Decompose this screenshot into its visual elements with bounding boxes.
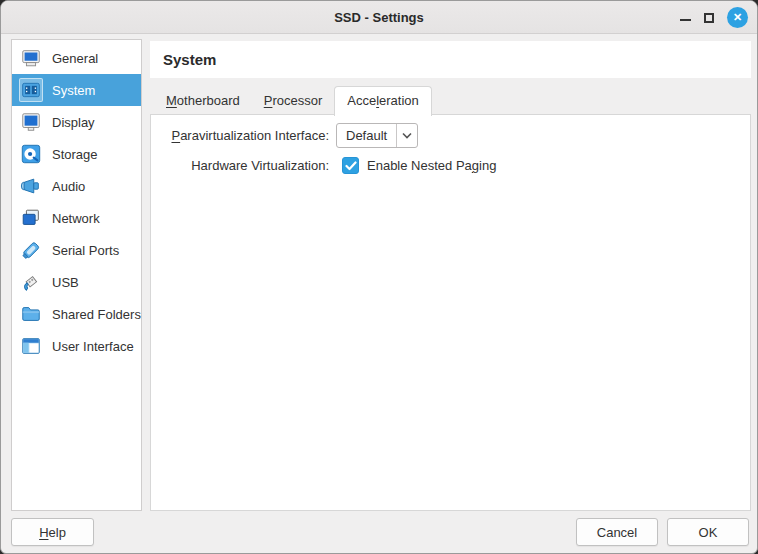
sidebar-item-audio[interactable]: Audio — [12, 170, 141, 202]
tab-acceleration[interactable]: Acceleration — [334, 86, 432, 116]
page-header: System — [150, 41, 751, 78]
user-interface-icon — [19, 334, 43, 358]
sidebar-item-label: USB — [52, 275, 79, 290]
paravirtualization-select[interactable]: Default — [336, 123, 418, 148]
sidebar-item-shared-folders[interactable]: Shared Folders — [12, 298, 141, 330]
title-bar: SSD - Settings ✕ — [1, 1, 757, 34]
serial-ports-icon — [19, 238, 43, 262]
sidebar-item-user-interface[interactable]: User Interface — [12, 330, 141, 362]
sidebar-item-usb[interactable]: USB — [12, 266, 141, 298]
checkmark-icon — [345, 161, 357, 171]
sidebar-item-label: Serial Ports — [52, 243, 119, 258]
tab-bar: Motherboard Processor Acceleration — [154, 86, 432, 116]
paravirtualization-row: Paravirtualization Interface: Default — [151, 123, 750, 148]
sidebar-item-display[interactable]: Display — [12, 106, 141, 138]
help-button[interactable]: Help — [11, 518, 94, 546]
page-title: System — [163, 51, 216, 68]
maximize-icon[interactable] — [704, 13, 714, 23]
settings-window: SSD - Settings ✕ General System Display — [0, 0, 758, 554]
paravirtualization-value: Default — [337, 128, 396, 143]
window-controls: ✕ — [680, 1, 748, 34]
sidebar-item-label: User Interface — [52, 339, 134, 354]
sidebar-item-network[interactable]: Network — [12, 202, 141, 234]
tab-motherboard[interactable]: Motherboard — [154, 86, 252, 115]
acceleration-panel: Paravirtualization Interface: Default Ha… — [150, 114, 751, 511]
sidebar-item-label: Shared Folders — [52, 307, 141, 322]
sidebar-item-serial-ports[interactable]: Serial Ports — [12, 234, 141, 266]
minimize-icon[interactable] — [680, 12, 691, 23]
hardware-virtualization-label: Hardware Virtualization: — [151, 158, 329, 173]
display-icon — [19, 110, 43, 134]
audio-icon — [19, 174, 43, 198]
settings-sidebar: General System Display Storage Audio — [11, 39, 142, 511]
hardware-virtualization-row: Hardware Virtualization: Enable Nested P… — [151, 157, 750, 174]
ok-button[interactable]: OK — [667, 518, 749, 546]
sidebar-item-label: System — [52, 83, 95, 98]
sidebar-item-general[interactable]: General — [12, 42, 141, 74]
storage-icon — [19, 142, 43, 166]
general-icon — [19, 46, 43, 70]
usb-icon — [19, 270, 43, 294]
cancel-button[interactable]: Cancel — [576, 518, 658, 546]
sidebar-item-label: General — [52, 51, 98, 66]
nested-paging-checkbox[interactable] — [342, 157, 359, 174]
chevron-down-icon — [396, 124, 417, 147]
sidebar-item-label: Network — [52, 211, 100, 226]
sidebar-item-system[interactable]: System — [12, 74, 141, 106]
system-icon — [19, 78, 43, 102]
tab-processor[interactable]: Processor — [252, 86, 335, 115]
network-icon — [19, 206, 43, 230]
sidebar-item-label: Audio — [52, 179, 85, 194]
paravirtualization-label: Paravirtualization Interface: — [151, 128, 329, 143]
nested-paging-label: Enable Nested Paging — [367, 158, 496, 173]
window-title: SSD - Settings — [334, 10, 424, 25]
sidebar-item-storage[interactable]: Storage — [12, 138, 141, 170]
sidebar-item-label: Storage — [52, 147, 98, 162]
close-icon[interactable]: ✕ — [727, 7, 748, 28]
sidebar-item-label: Display — [52, 115, 95, 130]
shared-folders-icon — [19, 302, 43, 326]
